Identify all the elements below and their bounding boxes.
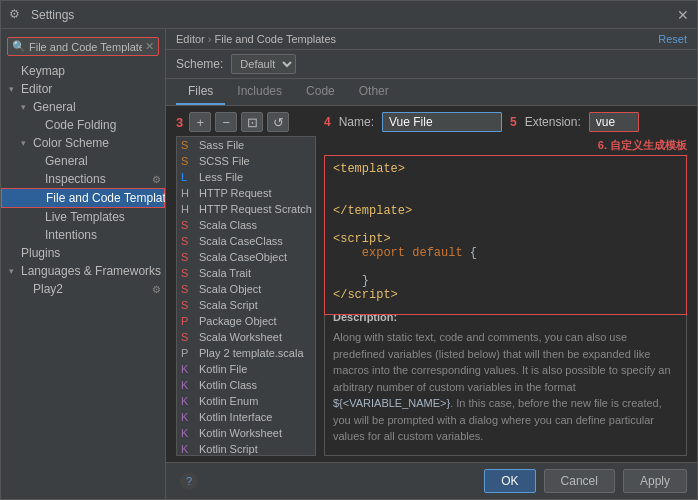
extension-input[interactable]: [589, 112, 639, 132]
code-keyword: default: [412, 246, 462, 260]
ok-button[interactable]: OK: [484, 469, 535, 493]
list-item[interactable]: PPlay 2 template.scala: [177, 345, 315, 361]
settings-gear-icon: ⚙: [152, 174, 161, 185]
sidebar-item-code-folding[interactable]: Code Folding: [1, 116, 165, 134]
reset-file-button[interactable]: ↺: [267, 112, 289, 132]
file-type-icon: S: [181, 219, 195, 231]
remove-file-button[interactable]: −: [215, 112, 237, 132]
list-item[interactable]: LLess File: [177, 169, 315, 185]
list-item[interactable]: HHTTP Request: [177, 185, 315, 201]
content-area: 3 + − ⊡ ↺ SSass File SSCSS File LLess Fi…: [166, 106, 697, 462]
sidebar-item-label: Keymap: [21, 64, 161, 78]
scheme-select[interactable]: Default: [231, 54, 296, 74]
description-text: Along with static text, code and comment…: [333, 329, 678, 456]
tab-files[interactable]: Files: [176, 79, 225, 105]
close-icon[interactable]: ✕: [677, 7, 689, 23]
list-item[interactable]: HHTTP Request Scratch: [177, 201, 315, 217]
search-box[interactable]: 🔍 ✕: [7, 37, 159, 56]
file-name: Scala CaseClass: [199, 235, 283, 247]
file-name: Play 2 template.scala: [199, 347, 304, 359]
sidebar-item-general[interactable]: ▾ General: [1, 98, 165, 116]
scheme-bar: Scheme: Default: [166, 50, 697, 79]
sidebar-item-label: Code Folding: [45, 118, 161, 132]
editor-panel: 4 Name: 5 Extension: 6. 自定义生成模板: [324, 112, 687, 456]
sidebar-item-plugins[interactable]: Plugins: [1, 244, 165, 262]
list-item[interactable]: KKotlin Class: [177, 377, 315, 393]
sidebar-item-label: General: [33, 100, 161, 114]
list-item[interactable]: SScala CaseObject: [177, 249, 315, 265]
list-item[interactable]: PPackage Object: [177, 313, 315, 329]
settings-gear-icon2: ⚙: [152, 284, 161, 295]
file-name: Kotlin Worksheet: [199, 427, 282, 439]
list-item[interactable]: SSass File: [177, 137, 315, 153]
clear-search-icon[interactable]: ✕: [145, 40, 154, 53]
file-type-icon: K: [181, 411, 195, 423]
file-type-icon: K: [181, 363, 195, 375]
file-type-icon: K: [181, 443, 195, 455]
tab-code[interactable]: Code: [294, 79, 347, 105]
tabs-bar: Files Includes Code Other: [166, 79, 697, 106]
cancel-button[interactable]: Cancel: [544, 469, 615, 493]
copy-file-button[interactable]: ⊡: [241, 112, 263, 132]
search-input[interactable]: [29, 41, 142, 53]
help-icon[interactable]: ?: [180, 472, 198, 490]
list-item[interactable]: SScala Object: [177, 281, 315, 297]
list-item[interactable]: SScala Worksheet: [177, 329, 315, 345]
file-list-panel: 3 + − ⊡ ↺ SSass File SSCSS File LLess Fi…: [176, 112, 316, 456]
sidebar-item-label: Editor: [21, 82, 161, 96]
sidebar-item-intentions[interactable]: Intentions: [1, 226, 165, 244]
list-item[interactable]: SScala Script: [177, 297, 315, 313]
file-name: Kotlin Interface: [199, 411, 272, 423]
list-item[interactable]: SScala Class: [177, 217, 315, 233]
sidebar-item-inspections[interactable]: Inspections ⚙: [1, 170, 165, 188]
annotation-6-label: 6. 自定义生成模板: [598, 138, 687, 153]
apply-button[interactable]: Apply: [623, 469, 687, 493]
tab-includes[interactable]: Includes: [225, 79, 294, 105]
breadcrumb-text: Editor › File and Code Templates: [176, 33, 336, 45]
list-item[interactable]: KKotlin Enum: [177, 393, 315, 409]
list-item[interactable]: KKotlin File: [177, 361, 315, 377]
file-type-icon: P: [181, 315, 195, 327]
sidebar-item-editor[interactable]: ▾ Editor: [1, 80, 165, 98]
sidebar-item-label: Intentions: [45, 228, 161, 242]
sidebar-item-general2[interactable]: General: [1, 152, 165, 170]
annotation-3: 3: [176, 115, 183, 130]
list-item[interactable]: KKotlin Script: [177, 441, 315, 456]
code-tag: </script>: [333, 288, 398, 302]
code-keyword: export: [362, 246, 405, 260]
sidebar-item-file-code-templates[interactable]: File and Code Templates: [1, 188, 165, 208]
file-type-icon: L: [181, 171, 195, 183]
code-editor[interactable]: <template> </template> <script> export d…: [324, 155, 687, 315]
list-item[interactable]: SScala Trait: [177, 265, 315, 281]
scheme-label: Scheme:: [176, 57, 223, 71]
file-name: Scala Script: [199, 299, 258, 311]
main-content: 🔍 ✕ Keymap ▾ Editor ▾ General Code Foldi…: [1, 29, 697, 499]
arrow-icon: ▾: [21, 138, 33, 148]
sidebar-item-languages[interactable]: ▾ Languages & Frameworks: [1, 262, 165, 280]
sidebar-item-label: Live Templates: [45, 210, 161, 224]
code-tag: <script>: [333, 232, 391, 246]
sidebar-item-color-scheme[interactable]: ▾ Color Scheme: [1, 134, 165, 152]
split-area: 3 + − ⊡ ↺ SSass File SSCSS File LLess Fi…: [176, 112, 687, 456]
file-name: Kotlin Class: [199, 379, 257, 391]
tab-other[interactable]: Other: [347, 79, 401, 105]
reset-button[interactable]: Reset: [658, 33, 687, 45]
list-item[interactable]: KKotlin Worksheet: [177, 425, 315, 441]
sidebar-item-keymap[interactable]: Keymap: [1, 62, 165, 80]
arrow-icon: ▾: [9, 266, 21, 276]
name-input[interactable]: [382, 112, 502, 132]
sidebar: 🔍 ✕ Keymap ▾ Editor ▾ General Code Foldi…: [1, 29, 166, 499]
sidebar-item-play2[interactable]: Play2 ⚙: [1, 280, 165, 298]
add-file-button[interactable]: +: [189, 112, 211, 132]
file-name: Scala Trait: [199, 267, 251, 279]
sidebar-item-label: File and Code Templates: [46, 191, 166, 205]
list-item[interactable]: SSCSS File: [177, 153, 315, 169]
file-type-icon: S: [181, 251, 195, 263]
file-name: Scala Object: [199, 283, 261, 295]
list-item[interactable]: KKotlin Interface: [177, 409, 315, 425]
file-name: Scala CaseObject: [199, 251, 287, 263]
list-item[interactable]: SScala CaseClass: [177, 233, 315, 249]
code-tag: <template>: [333, 162, 405, 176]
file-type-icon: S: [181, 235, 195, 247]
sidebar-item-live-templates[interactable]: Live Templates: [1, 208, 165, 226]
